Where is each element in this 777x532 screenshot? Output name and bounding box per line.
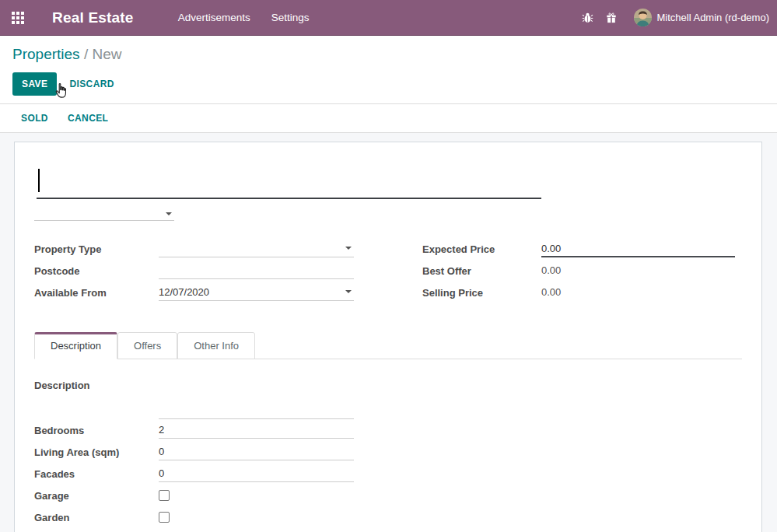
discard-button[interactable]: DISCARD bbox=[69, 79, 114, 89]
garden-checkbox[interactable] bbox=[159, 512, 170, 523]
description-label: Description bbox=[34, 377, 159, 419]
cancel-button[interactable]: CANCEL bbox=[68, 113, 108, 124]
property-type-label: Property Type bbox=[34, 243, 159, 255]
best-offer-value: 0.00 bbox=[541, 262, 735, 279]
user-name[interactable]: Mitchell Admin (rd-demo) bbox=[657, 12, 770, 23]
selling-price-label: Selling Price bbox=[422, 287, 541, 299]
postcode-label: Postcode bbox=[34, 265, 159, 277]
top-menu: Advertisements Settings bbox=[178, 12, 310, 23]
navbar-systray: Mitchell Admin (rd-demo) bbox=[576, 9, 777, 26]
gift-icon[interactable] bbox=[600, 12, 623, 23]
living-area-row: Living Area (sqm) 0 bbox=[34, 441, 742, 463]
description-row: Description bbox=[34, 377, 742, 419]
form-view: Property Type Postcode Available From bbox=[0, 133, 777, 532]
living-area-input[interactable]: 0 bbox=[159, 443, 354, 460]
tab-description[interactable]: Description bbox=[34, 332, 117, 359]
right-field-group: Expected Price 0.00 Best Offer 0.00 Sell… bbox=[422, 238, 735, 303]
garage-checkbox[interactable] bbox=[159, 490, 170, 501]
tags-input[interactable] bbox=[34, 206, 174, 221]
garage-label: Garage bbox=[34, 490, 159, 502]
property-type-row: Property Type bbox=[34, 238, 388, 260]
breadcrumb-separator: / bbox=[84, 46, 88, 62]
property-type-input[interactable] bbox=[159, 240, 354, 257]
save-button-label: SAVE bbox=[22, 79, 47, 89]
living-area-value: 0 bbox=[159, 446, 164, 457]
postcode-input[interactable] bbox=[159, 262, 354, 279]
garden-area-row: Garden Area (sqm) 0 bbox=[34, 528, 742, 532]
chevron-down-icon bbox=[345, 290, 352, 293]
facades-label: Facades bbox=[34, 468, 159, 480]
garden-label: Garden bbox=[34, 512, 159, 523]
selling-price-row: Selling Price 0.00 bbox=[422, 282, 735, 303]
description-tab-content: Description Bedrooms 2 Living Area (sqm)… bbox=[34, 359, 742, 532]
bedrooms-input[interactable]: 2 bbox=[159, 422, 354, 439]
expected-price-row: Expected Price 0.00 bbox=[422, 238, 735, 260]
facades-value: 0 bbox=[159, 467, 164, 479]
bug-icon[interactable] bbox=[576, 12, 600, 23]
expected-price-label: Expected Price bbox=[422, 243, 541, 255]
bedrooms-value: 2 bbox=[159, 424, 164, 436]
form-statusbar: SOLD CANCEL bbox=[0, 104, 777, 133]
breadcrumb-new: New bbox=[92, 46, 121, 62]
breadcrumb-properties[interactable]: Properties bbox=[12, 46, 80, 62]
expected-price-input[interactable]: 0.00 bbox=[541, 240, 735, 257]
mouse-pointer-icon bbox=[54, 82, 68, 102]
chevron-down-icon bbox=[345, 247, 352, 250]
facades-row: Facades 0 bbox=[34, 463, 742, 485]
description-input[interactable] bbox=[159, 377, 354, 419]
property-name-input[interactable] bbox=[37, 162, 541, 199]
text-cursor bbox=[38, 169, 40, 192]
apps-grid-icon bbox=[12, 12, 24, 24]
chevron-down-icon bbox=[166, 212, 172, 215]
bedrooms-row: Bedrooms 2 bbox=[34, 419, 742, 441]
tab-other-info[interactable]: Other Info bbox=[177, 332, 255, 359]
menu-settings[interactable]: Settings bbox=[271, 12, 310, 23]
control-panel-buttons: SAVE DISCARD bbox=[12, 72, 765, 96]
available-from-input[interactable]: 12/07/2020 bbox=[159, 284, 354, 301]
apps-menu-button[interactable] bbox=[0, 0, 36, 36]
postcode-row: Postcode bbox=[34, 260, 388, 282]
save-button[interactable]: SAVE bbox=[12, 72, 57, 96]
sold-button[interactable]: SOLD bbox=[21, 113, 48, 124]
menu-advertisements[interactable]: Advertisements bbox=[178, 12, 250, 23]
facades-input[interactable]: 0 bbox=[159, 465, 354, 482]
expected-price-value: 0.00 bbox=[541, 243, 561, 254]
notebook-tabs: Description Offers Other Info bbox=[34, 332, 742, 359]
app-title: Real Estate bbox=[52, 9, 134, 26]
available-from-row: Available From 12/07/2020 bbox=[34, 282, 388, 303]
tab-offers[interactable]: Offers bbox=[117, 332, 177, 359]
garden-row: Garden bbox=[34, 506, 742, 528]
breadcrumb: Properties / New bbox=[12, 46, 765, 63]
available-from-value: 12/07/2020 bbox=[159, 286, 209, 298]
top-navbar: Real Estate Advertisements Settings bbox=[0, 0, 777, 36]
available-from-label: Available From bbox=[34, 287, 159, 299]
control-panel: Properties / New SAVE DISCARD bbox=[0, 36, 777, 104]
living-area-label: Living Area (sqm) bbox=[34, 446, 159, 458]
garage-row: Garage bbox=[34, 485, 742, 506]
bedrooms-label: Bedrooms bbox=[34, 425, 159, 436]
field-groups: Property Type Postcode Available From bbox=[34, 238, 742, 303]
left-field-group: Property Type Postcode Available From bbox=[34, 238, 388, 303]
selling-price-value: 0.00 bbox=[541, 284, 735, 301]
best-offer-label: Best Offer bbox=[422, 265, 541, 277]
best-offer-row: Best Offer 0.00 bbox=[422, 260, 735, 282]
form-sheet: Property Type Postcode Available From bbox=[14, 142, 762, 532]
user-avatar[interactable] bbox=[634, 9, 652, 26]
